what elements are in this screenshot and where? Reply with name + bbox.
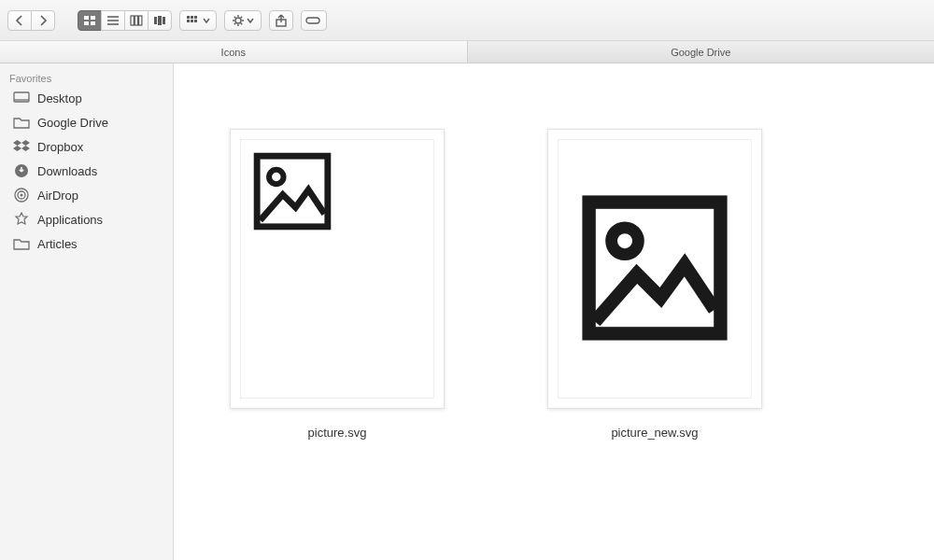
file-label: picture_new.svg <box>611 426 698 440</box>
svg-rect-6 <box>139 16 142 25</box>
svg-point-16 <box>235 18 241 23</box>
folder-icon <box>13 235 30 252</box>
coverflow-view-button[interactable] <box>148 10 172 31</box>
svg-rect-12 <box>194 16 197 19</box>
file-label: picture.svg <box>308 426 367 440</box>
image-icon <box>580 193 729 345</box>
pathbar: Icons Google Drive <box>0 41 934 63</box>
image-icon <box>241 140 344 245</box>
dropbox-icon <box>13 138 30 155</box>
svg-point-23 <box>21 194 23 197</box>
svg-rect-4 <box>131 16 134 25</box>
svg-rect-10 <box>187 16 190 19</box>
svg-rect-15 <box>194 20 197 22</box>
svg-rect-0 <box>84 16 89 20</box>
action-button[interactable] <box>224 10 262 31</box>
svg-rect-7 <box>154 17 157 24</box>
airdrop-icon <box>13 187 30 203</box>
file-thumbnail <box>547 129 762 409</box>
file-thumbnail <box>230 129 445 409</box>
sidebar-item-google-drive[interactable]: Google Drive <box>0 110 173 134</box>
desktop-icon <box>13 90 30 106</box>
applications-icon <box>13 211 30 228</box>
sidebar-item-label: Downloads <box>37 164 97 178</box>
toolbar <box>0 0 934 41</box>
sidebar-item-desktop[interactable]: Desktop <box>0 86 173 110</box>
svg-rect-1 <box>91 16 95 20</box>
icon-view-button[interactable] <box>78 10 102 31</box>
column-view-button[interactable] <box>124 10 149 31</box>
svg-rect-14 <box>191 20 193 22</box>
svg-rect-5 <box>134 16 137 25</box>
svg-point-25 <box>269 170 283 184</box>
view-controls <box>78 10 327 31</box>
svg-rect-8 <box>158 16 162 25</box>
svg-rect-18 <box>306 18 319 23</box>
svg-rect-2 <box>84 21 89 25</box>
sidebar-item-label: Google Drive <box>37 116 108 130</box>
svg-rect-11 <box>191 16 193 19</box>
sidebar-item-label: AirDrop <box>37 189 78 203</box>
pathbar-tab-current[interactable]: Icons <box>0 41 468 63</box>
body: Favorites Desktop Google Drive Dropbox <box>0 63 934 560</box>
sidebar-item-dropbox[interactable]: Dropbox <box>0 134 173 159</box>
file-item[interactable]: picture_new.svg <box>547 129 762 440</box>
sidebar-item-label: Applications <box>37 213 103 227</box>
sidebar-item-articles[interactable]: Articles <box>0 231 173 256</box>
share-button[interactable] <box>269 10 293 31</box>
svg-rect-13 <box>187 20 190 22</box>
sidebar-header: Favorites <box>0 69 173 86</box>
back-button[interactable] <box>7 10 32 31</box>
arrange-button[interactable] <box>179 10 217 31</box>
sidebar-item-label: Desktop <box>37 91 82 105</box>
sidebar: Favorites Desktop Google Drive Dropbox <box>0 63 174 560</box>
pathbar-tab-parent[interactable]: Google Drive <box>468 41 935 63</box>
pathbar-label: Google Drive <box>671 47 730 58</box>
sidebar-item-airdrop[interactable]: AirDrop <box>0 183 173 207</box>
folder-icon <box>13 114 30 131</box>
sidebar-item-label: Dropbox <box>37 140 83 154</box>
list-view-button[interactable] <box>101 10 125 31</box>
tags-button[interactable] <box>301 10 327 31</box>
svg-rect-9 <box>163 17 165 24</box>
sidebar-item-applications[interactable]: Applications <box>0 207 173 231</box>
sidebar-item-downloads[interactable]: Downloads <box>0 159 173 183</box>
svg-point-27 <box>612 227 639 254</box>
nav-group <box>7 10 55 31</box>
finder-window: Icons Google Drive Favorites Desktop Goo… <box>0 0 934 560</box>
downloads-icon <box>13 162 30 179</box>
file-item[interactable]: picture.svg <box>230 129 445 440</box>
content-area: picture.svg picture_new.svg <box>174 63 934 560</box>
view-mode-group <box>78 10 172 31</box>
pathbar-label: Icons <box>221 47 246 58</box>
forward-button[interactable] <box>31 10 55 31</box>
sidebar-item-label: Articles <box>37 237 78 251</box>
svg-rect-3 <box>91 21 95 25</box>
